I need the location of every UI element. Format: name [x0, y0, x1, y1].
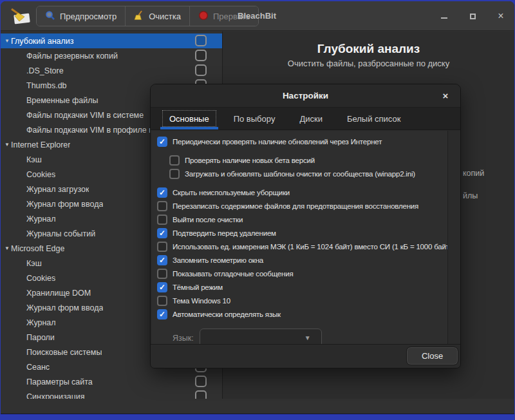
- option-label: Загружать и обновлять шаблоны очистки от…: [185, 170, 415, 178]
- detail-subtitle: Очистить файлы, разбросанные по диску: [223, 59, 514, 68]
- option-label: Подтвердить перед удалением: [173, 229, 276, 237]
- window-controls: ×: [440, 1, 505, 31]
- detail-title: Глубокий анализ: [223, 42, 514, 56]
- tree-row-label: Кэш: [1, 155, 42, 164]
- option-label: Показывать отладочные сообщения: [173, 270, 293, 278]
- footer-strip: [1, 399, 514, 414]
- minimize-icon[interactable]: [440, 12, 449, 21]
- tree-row-checkbox[interactable]: [195, 50, 207, 61]
- settings-option-row[interactable]: Скрыть неиспользуемые уборщики: [157, 186, 447, 199]
- option-label: Проверять наличие новых бета версий: [185, 157, 315, 164]
- titlebar: Предпросмотр Очистка: [1, 1, 514, 31]
- tree-row-label: Файлы подкачки VIM в системе: [1, 111, 144, 120]
- option-checkbox[interactable]: [157, 215, 167, 225]
- dialog-close-button[interactable]: Close: [406, 347, 458, 365]
- dialog-close-icon[interactable]: ×: [440, 90, 451, 102]
- desktop: Предпросмотр Очистка: [0, 0, 515, 420]
- preview-button[interactable]: Предпросмотр: [37, 6, 126, 26]
- app-title: BleachBit: [238, 11, 276, 21]
- option-checkbox[interactable]: [157, 269, 167, 279]
- option-checkbox[interactable]: [157, 242, 167, 252]
- tree-row-label: Cookies: [1, 170, 55, 179]
- chevron-down-icon: ▼: [304, 334, 311, 341]
- tab-general[interactable]: Основные: [160, 108, 219, 129]
- option-label: Выйти после очистки: [173, 216, 243, 224]
- option-checkbox[interactable]: [157, 187, 167, 198]
- tree-row-label: Файлы подкачки VIM в профиле по: [1, 126, 158, 135]
- stop-icon: [198, 10, 209, 23]
- language-row: Язык: ▼: [157, 329, 447, 344]
- clean-button[interactable]: Очистка: [126, 6, 190, 26]
- tree-row-label: Кэш: [1, 259, 42, 268]
- tree-row-label: Журнал форм ввода: [1, 200, 103, 209]
- option-label: Тёмный режим: [173, 283, 223, 291]
- settings-option-row[interactable]: Тёмный режим: [157, 281, 447, 294]
- settings-option-row[interactable]: Тема Windows 10: [157, 294, 447, 307]
- option-label: Тема Windows 10: [173, 297, 230, 305]
- dialog-tabs: Основные По выбору Диски Белый список: [151, 108, 460, 130]
- settings-option-row[interactable]: Загружать и обновлять шаблоны очистки от…: [157, 167, 447, 180]
- tab-drives[interactable]: Диски: [290, 108, 332, 129]
- option-checkbox[interactable]: [169, 169, 180, 179]
- tree-row-label: Файлы резервных копий: [1, 52, 118, 61]
- broom-icon: [134, 10, 144, 23]
- option-checkbox[interactable]: [157, 282, 167, 292]
- sidebar-tree-row[interactable]: ▼ Глубокий анализ: [1, 33, 222, 48]
- dialog-title: Настройки: [283, 91, 328, 100]
- tree-row-checkbox[interactable]: [195, 376, 207, 387]
- sidebar-tree-row[interactable]: ▼ Синхронизация: [1, 389, 222, 399]
- settings-option-row[interactable]: Перезаписать содержимое файлов для предо…: [157, 200, 447, 213]
- tree-row-label: Журнал загрузок: [1, 185, 89, 194]
- option-label: Автоматически определять язык: [173, 310, 281, 318]
- expander-triangle-icon[interactable]: ▼: [1, 38, 11, 44]
- settings-option-row[interactable]: Выйти после очистки: [157, 213, 447, 226]
- option-checkbox[interactable]: [157, 201, 167, 211]
- tab-whitelist[interactable]: Белый список: [337, 108, 411, 129]
- sidebar-tree-row[interactable]: ▼ .DS_Store: [1, 63, 222, 78]
- close-window-icon[interactable]: ×: [496, 12, 505, 21]
- settings-option-row[interactable]: Показывать отладочные сообщения: [157, 267, 447, 280]
- settings-option-row[interactable]: Использовать ед. измерения МЭК (1 КиБ = …: [157, 240, 447, 253]
- tree-row-label: Thumbs.db: [1, 81, 67, 90]
- settings-option-row[interactable]: Проверять наличие новых бета версий: [157, 154, 447, 167]
- tree-row-checkbox[interactable]: [195, 35, 207, 46]
- tree-row-label: Синхронизация: [1, 392, 85, 399]
- tree-row-label: Cookies: [1, 274, 55, 283]
- option-checkbox[interactable]: [169, 155, 180, 166]
- sidebar-tree-row[interactable]: ▼ Файлы резервных копий: [1, 48, 222, 63]
- tree-row-checkbox[interactable]: [195, 390, 207, 399]
- tree-row-checkbox[interactable]: [195, 64, 207, 76]
- tree-row-label: Параметры сайта: [1, 377, 93, 387]
- tab-custom[interactable]: По выбору: [224, 108, 285, 129]
- option-checkbox[interactable]: [157, 137, 167, 147]
- tree-row-label: Временные файлы: [1, 96, 98, 105]
- occluded-text-fragment: йлы: [463, 191, 478, 200]
- option-checkbox[interactable]: [157, 309, 167, 320]
- expander-triangle-icon[interactable]: ▼: [1, 142, 11, 148]
- tree-row-label: Хранилище DOM: [1, 289, 91, 298]
- expander-triangle-icon[interactable]: ▼: [1, 245, 11, 251]
- option-label: Скрыть неиспользуемые уборщики: [173, 189, 290, 196]
- tree-row-label: Сеанс: [1, 363, 50, 372]
- option-checkbox[interactable]: [157, 228, 167, 238]
- settings-option-row[interactable]: Периодически проверять наличие обновлени…: [157, 135, 447, 148]
- settings-option-row[interactable]: Запомнить геометрию окна: [157, 254, 447, 267]
- option-checkbox[interactable]: [157, 255, 167, 265]
- tree-row-label: Журнал: [1, 215, 56, 224]
- tree-row-label: Журнал форм ввода: [1, 303, 103, 312]
- option-checkbox[interactable]: [157, 296, 167, 306]
- tree-row-label: Глубокий анализ: [11, 37, 74, 46]
- clean-button-label: Очистка: [149, 12, 181, 21]
- tree-row-label: Журнал: [1, 318, 56, 327]
- settings-option-row[interactable]: Подтвердить перед удалением: [157, 227, 447, 240]
- option-label: Периодически проверять наличие обновлени…: [173, 138, 382, 146]
- maximize-icon[interactable]: [468, 12, 477, 21]
- toolbar: Предпросмотр Очистка: [36, 6, 259, 26]
- tree-row-label: .DS_Store: [1, 66, 64, 75]
- dialog-header: Настройки ×: [151, 84, 460, 108]
- language-dropdown[interactable]: ▼: [200, 329, 322, 344]
- settings-option-row[interactable]: Автоматически определять язык: [157, 308, 447, 321]
- sidebar-tree-row[interactable]: ▼ Параметры сайта: [1, 374, 222, 389]
- tree-row-label: Журналы событий: [1, 229, 95, 238]
- settings-dialog: Настройки × Основные По выбору Диски Бел…: [150, 84, 461, 368]
